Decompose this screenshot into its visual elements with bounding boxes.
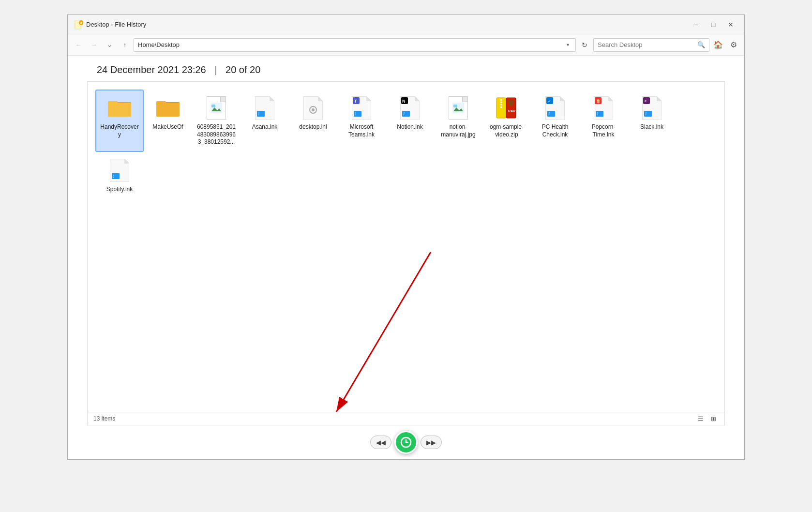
list-item[interactable]: ✓ ⤴ PC Health Check.lnk [531,90,579,152]
next-button[interactable]: ▶▶ [421,436,442,449]
title-bar-controls: ─ □ ✕ [688,18,738,31]
svg-rect-34 [453,105,457,107]
file-name: Notion.lnk [397,123,422,131]
list-item[interactable]: 🍿 ⤴ Popcorn-Time.lnk [579,90,628,152]
next-icon: ▶▶ [426,439,436,446]
svg-marker-53 [608,96,613,101]
svg-text:✓: ✓ [548,99,551,104]
svg-rect-39 [500,102,502,103]
ini-file-icon [301,95,325,120]
list-item[interactable]: N ⤴ Notion.lnk [386,90,434,152]
svg-rect-37 [506,98,516,118]
file-area-wrapper: HandyRecovery MakeUseOf [68,81,744,425]
svg-rect-9 [156,101,166,104]
svg-point-44 [511,100,514,103]
list-item[interactable]: HandyRecovery [95,90,144,152]
file-name: Slack.lnk [640,123,663,131]
slack-lnk-icon: # ⤴ [640,95,663,120]
svg-marker-59 [657,96,662,101]
restore-icon [400,437,412,448]
restore-button[interactable] [394,431,418,454]
main-window: ↺ Desktop - File History ─ □ ✕ ← → ⌄ ↑ ▾… [67,15,745,460]
svg-rect-10 [211,103,222,113]
svg-marker-28 [415,96,420,101]
bottom-controls-area: ◀◀ ▶▶ [68,425,744,459]
address-bar: ← → ⌄ ↑ ▾ ↻ 🔍 🏠 ⚙ [68,34,744,56]
refresh-button[interactable]: ↻ [578,38,591,52]
grid-view-button[interactable]: ⊞ [708,414,719,423]
close-button[interactable]: ✕ [723,18,738,31]
spotify-lnk-icon: ⤴ [108,158,131,183]
date-text: 24 December 2021 23:26 [97,64,206,75]
file-name: Microsoft Teams.lnk [341,123,382,138]
file-name: MakeUseOf [152,123,183,131]
file-name: Spotify.lnk [106,186,133,194]
file-name: desktop.ini [299,123,327,131]
address-input[interactable] [138,41,564,48]
svg-text:⤴: ⤴ [645,112,647,116]
svg-point-43 [508,100,511,103]
folder-icon [156,95,180,120]
svg-marker-22 [366,96,371,101]
svg-marker-65 [124,159,129,164]
svg-text:⤴: ⤴ [403,112,405,116]
notion-lnk-icon: N ⤴ [398,95,421,120]
home-button[interactable]: 🏠 [711,38,725,52]
svg-text:⤴: ⤴ [597,112,599,116]
list-item[interactable]: ⤴ Asana.lnk [241,90,289,152]
details-view-button[interactable]: ☰ [695,414,706,423]
forward-button[interactable]: → [87,38,101,52]
minimize-button[interactable]: ─ [688,18,704,31]
folder-icon [108,95,131,120]
list-item[interactable]: T ⤴ Microsoft Teams.lnk [337,90,386,152]
zip-file-icon: RAR [495,95,518,120]
svg-rect-6 [108,101,118,104]
file-name: Asana.lnk [252,123,278,131]
list-item[interactable]: 60895851_2014830898639963_38012592... [192,90,241,152]
dropdown-button[interactable]: ⌄ [103,38,116,52]
date-separator: | [214,64,217,75]
list-item[interactable]: notion-manuviraj.jpg [434,90,482,152]
svg-text:⤴: ⤴ [258,112,260,116]
settings-button[interactable]: ⚙ [727,38,740,52]
title-bar-left: ↺ Desktop - File History [74,20,146,30]
svg-text:T: T [354,99,357,104]
title-bar: ↺ Desktop - File History ─ □ ✕ [68,15,744,34]
svg-text:RAR: RAR [508,109,515,113]
list-item[interactable]: MakeUseOf [144,90,192,152]
search-icon: 🔍 [697,41,705,48]
svg-text:N: N [402,99,406,104]
view-buttons: ☰ ⊞ [695,414,719,423]
svg-text:⤴: ⤴ [113,175,115,178]
svg-text:#: # [645,99,647,103]
status-bar: 13 items ☰ ⊞ [88,412,724,425]
popcorn-lnk-icon: 🍿 ⤴ [592,95,615,120]
search-wrapper: 🔍 [593,38,709,52]
maximize-button[interactable]: □ [706,18,721,31]
list-item[interactable]: desktop.ini [289,90,337,152]
svg-marker-18 [318,96,323,101]
date-header: 24 December 2021 23:26 | 20 of 20 [68,56,744,81]
back-button[interactable]: ← [72,38,85,52]
svg-text:🍿: 🍿 [596,99,601,104]
list-item[interactable]: # ⤴ Slack.lnk [628,90,676,152]
svg-rect-33 [452,103,464,113]
file-name: HandyRecovery [99,123,140,138]
svg-rect-8 [156,103,180,117]
image-file-icon [205,95,228,120]
address-dropdown[interactable]: ▾ [564,41,571,49]
svg-rect-11 [211,105,215,107]
address-bar-input-wrapper: ▾ [134,38,576,52]
svg-marker-14 [270,96,274,101]
search-input[interactable] [598,41,694,48]
svg-point-20 [312,108,315,111]
file-area: HandyRecovery MakeUseOf [87,81,725,425]
list-item[interactable]: ⤴ Spotify.lnk [95,152,144,199]
svg-text:↺: ↺ [80,22,82,25]
list-item[interactable]: RAR ogm-sample-video.zip [482,90,531,152]
up-button[interactable]: ↑ [118,38,132,52]
items-count: 13 items [93,415,115,422]
file-name: ogm-sample-video.zip [486,123,527,138]
prev-button[interactable]: ◀◀ [370,436,391,449]
file-name: PC Health Check.lnk [535,123,575,138]
